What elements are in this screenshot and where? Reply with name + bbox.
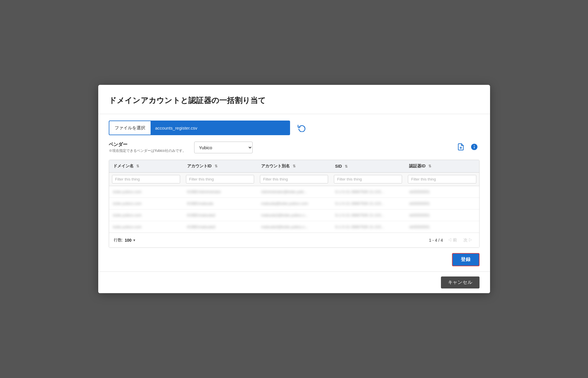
table-body: kobe.yubico.comKOBE\AdministratorAdminis… bbox=[109, 186, 479, 233]
table-cell: KOBE\matsuda2 bbox=[183, 209, 257, 221]
sort-icon-domain: ⇅ bbox=[136, 164, 139, 168]
sort-icon-auth-id: ⇅ bbox=[428, 164, 431, 168]
table-cell: vk00000001 bbox=[405, 209, 479, 221]
modal-dialog: ドメインアカウントと認証器の一括割り当て ファイルを選択 accounts_re… bbox=[98, 85, 490, 293]
table-header-row: ドメイン名 ⇅ アカウントID ⇅ アカウント別名 ⇅ SID bbox=[109, 160, 479, 173]
sort-icon-account-id: ⇅ bbox=[215, 164, 218, 168]
col-header-auth-id[interactable]: 認証器ID ⇅ bbox=[405, 160, 479, 173]
pagination-row: 行数: 100 ▼ 1 - 4 / 4 ◁ 前 次 ▷ bbox=[109, 233, 479, 248]
file-row: ファイルを選択 accounts_register.csv bbox=[109, 121, 480, 135]
next-page-button[interactable]: 次 ▷ bbox=[462, 237, 475, 243]
table-scroll[interactable]: ドメイン名 ⇅ アカウントID ⇅ アカウント別名 ⇅ SID bbox=[109, 160, 479, 233]
vendor-note: ※現在指定できるベンダーはYubico社のみです。 bbox=[109, 148, 186, 153]
export-button[interactable] bbox=[456, 142, 466, 152]
rows-label: 行数: bbox=[114, 238, 123, 243]
sort-icon-account-alias: ⇅ bbox=[293, 164, 296, 168]
table-cell: kobe.yubico.com bbox=[109, 198, 183, 209]
filter-input-auth-id[interactable] bbox=[408, 175, 476, 183]
vendor-icons bbox=[456, 142, 480, 152]
filter-row bbox=[109, 173, 479, 186]
table-cell: kobe.yubico.com bbox=[109, 186, 183, 198]
rows-count-selector[interactable]: 100 ▼ bbox=[125, 238, 136, 243]
sort-icon-sid: ⇅ bbox=[345, 164, 348, 169]
table-cell: Administrator@kobe.yubi... bbox=[257, 186, 331, 198]
page-info: 1 - 4 / 4 bbox=[429, 238, 443, 243]
cancel-button[interactable]: キャンセル bbox=[441, 276, 480, 288]
table-cell: vk00000001 bbox=[405, 198, 479, 209]
bottom-bar: キャンセル bbox=[98, 272, 490, 293]
vendor-select[interactable]: Yubico bbox=[194, 142, 253, 153]
table-cell: matsuda3@kobe.yubico.c... bbox=[257, 221, 331, 233]
col-header-domain[interactable]: ドメイン名 ⇅ bbox=[109, 160, 183, 173]
table-cell: S-1-5-21-38867506 21-215... bbox=[331, 221, 405, 233]
filter-cell-auth-id bbox=[405, 173, 479, 186]
table-row: kobe.yubico.comKOBE\matsudamatsuda@kobe.… bbox=[109, 198, 479, 209]
action-row: 登録 bbox=[109, 248, 480, 272]
data-table: ドメイン名 ⇅ アカウントID ⇅ アカウント別名 ⇅ SID bbox=[109, 160, 479, 233]
col-header-account-id[interactable]: アカウントID ⇅ bbox=[183, 160, 257, 173]
table-row: kobe.yubico.comKOBE\matsuda3matsuda3@kob… bbox=[109, 221, 479, 233]
table-cell: S-1-5-21-38867506 21-215... bbox=[331, 198, 405, 209]
reset-button[interactable] bbox=[295, 121, 308, 134]
reset-icon bbox=[298, 124, 306, 132]
table-row: kobe.yubico.comKOBE\AdministratorAdminis… bbox=[109, 186, 479, 198]
table-cell: matsuda@kobe.yubico.com bbox=[257, 198, 331, 209]
svg-point-5 bbox=[474, 145, 474, 146]
table-cell: kobe.yubico.com bbox=[109, 221, 183, 233]
table-cell: S-1-5-21-38867506 21-215... bbox=[331, 209, 405, 221]
table-cell: vk00000001 bbox=[405, 221, 479, 233]
vendor-label: ベンダー bbox=[109, 142, 186, 148]
table-cell: matsuda2@kobe.yubico.c... bbox=[257, 209, 331, 221]
col-header-sid[interactable]: SID ⇅ bbox=[331, 160, 405, 173]
filter-input-sid[interactable] bbox=[334, 175, 402, 183]
table-cell: KOBE\Administrator bbox=[183, 186, 257, 198]
modal-title: ドメインアカウントと認証器の一括割り当て bbox=[109, 95, 480, 106]
table-cell: kobe.yubico.com bbox=[109, 209, 183, 221]
filter-input-account-id[interactable] bbox=[186, 175, 254, 183]
info-icon bbox=[470, 143, 478, 151]
file-choose-button[interactable]: ファイルを選択 bbox=[109, 121, 151, 135]
filter-cell-account-id bbox=[183, 173, 257, 186]
filter-cell-sid bbox=[331, 173, 405, 186]
filter-input-domain[interactable] bbox=[112, 175, 180, 183]
rows-caret-icon: ▼ bbox=[133, 238, 136, 242]
table-cell: KOBE\matsuda bbox=[183, 198, 257, 209]
export-icon bbox=[457, 143, 465, 151]
info-button[interactable] bbox=[469, 142, 480, 152]
vendor-row: ベンダー ※現在指定できるベンダーはYubico社のみです。 Yubico bbox=[109, 142, 480, 153]
divider bbox=[98, 114, 490, 114]
vendor-label-block: ベンダー ※現在指定できるベンダーはYubico社のみです。 bbox=[109, 142, 186, 153]
table-cell: vk00000001 bbox=[405, 186, 479, 198]
file-name: accounts_register.csv bbox=[151, 126, 202, 130]
vendor-select-wrap: Yubico bbox=[194, 142, 253, 153]
data-table-wrapper: ドメイン名 ⇅ アカウントID ⇅ アカウント別名 ⇅ SID bbox=[109, 160, 480, 248]
register-button[interactable]: 登録 bbox=[452, 253, 480, 266]
pagination-info: 1 - 4 / 4 ◁ 前 次 ▷ bbox=[429, 237, 474, 243]
filter-cell-domain bbox=[109, 173, 183, 186]
table-row: kobe.yubico.comKOBE\matsuda2matsuda2@kob… bbox=[109, 209, 479, 221]
table-cell: S-1-5-21-38867506 21-215... bbox=[331, 186, 405, 198]
col-header-account-alias[interactable]: アカウント別名 ⇅ bbox=[257, 160, 331, 173]
table-cell: KOBE\matsuda3 bbox=[183, 221, 257, 233]
filter-input-account-alias[interactable] bbox=[260, 175, 328, 183]
prev-page-button[interactable]: ◁ 前 bbox=[446, 237, 459, 243]
file-input-bar: ファイルを選択 accounts_register.csv bbox=[109, 121, 290, 135]
filter-cell-account-alias bbox=[257, 173, 331, 186]
